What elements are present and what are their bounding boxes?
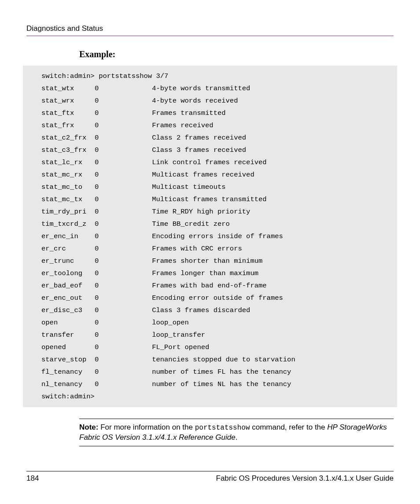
note-cmd: portstatsshow	[195, 424, 250, 432]
page-number: 184	[26, 474, 39, 483]
header-rule	[26, 36, 394, 36]
note-period: .	[236, 433, 238, 441]
code-block: switch:admin> portstatsshow 3/7 stat_wtx…	[23, 66, 397, 407]
note-before-cmd: For more information on the	[98, 423, 195, 431]
note-text: Note: For more information on the portst…	[79, 419, 394, 446]
page-header-title: Diagnostics and Status	[26, 24, 394, 33]
note-after-cmd: command, refer to the	[250, 423, 328, 431]
example-label: Example:	[79, 49, 394, 59]
note-rule-bottom	[79, 446, 394, 446]
footer: 184 Fabric OS Procedures Version 3.1.x/4…	[26, 471, 394, 483]
note-label: Note:	[79, 423, 98, 431]
footer-doc-title: Fabric OS Procedures Version 3.1.x/4.1.x…	[216, 474, 394, 483]
note-box: Note: For more information on the portst…	[79, 419, 394, 446]
footer-rule	[26, 471, 394, 471]
